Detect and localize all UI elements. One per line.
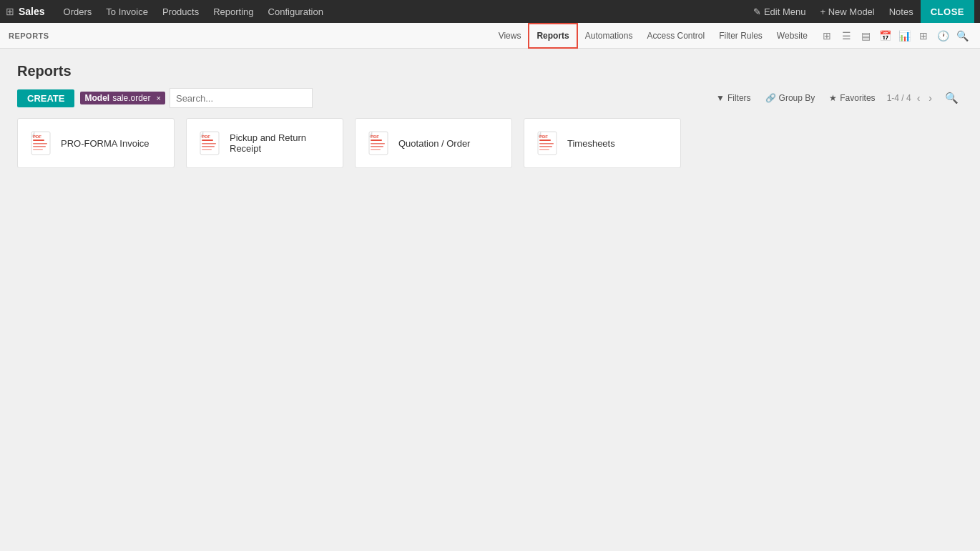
pagination-count: 1-4 / 4 xyxy=(887,93,911,103)
page-title: Reports xyxy=(17,63,963,79)
svg-rect-3 xyxy=(33,146,46,147)
filter-rules-button[interactable]: Filter Rules xyxy=(712,23,770,49)
pdf-icon: PDF xyxy=(198,130,221,156)
svg-rect-8 xyxy=(202,143,216,145)
report-name: PRO-FORMA Invoice xyxy=(61,138,150,149)
nav-products[interactable]: Products xyxy=(155,0,206,23)
svg-rect-19 xyxy=(539,140,551,141)
svg-rect-22 xyxy=(539,149,549,150)
search-input[interactable] xyxy=(170,88,313,108)
nav-to-invoice[interactable]: To Invoice xyxy=(99,0,155,23)
new-model-button[interactable]: + New Model xyxy=(813,0,882,23)
apps-icon[interactable]: ⊞ xyxy=(6,6,14,17)
report-name: Pickup and Return Receipt xyxy=(230,132,331,154)
svg-rect-1 xyxy=(33,140,44,141)
report-name: Timesheets xyxy=(567,138,615,149)
svg-text:PDF: PDF xyxy=(539,135,548,139)
edit-menu-icon: ✎ xyxy=(753,6,761,17)
model-filter-tag: Model sale.order × xyxy=(80,92,165,104)
notes-button[interactable]: Notes xyxy=(882,0,921,23)
next-page-button[interactable]: › xyxy=(926,91,935,105)
svg-rect-4 xyxy=(33,149,43,150)
filters-button[interactable]: ▼ Filters xyxy=(710,90,757,106)
view-clock-icon[interactable]: 🕐 xyxy=(934,26,952,45)
report-card[interactable]: PDF PRO-FORMA Invoice xyxy=(17,118,175,168)
nav-reporting[interactable]: Reporting xyxy=(206,0,260,23)
view-chart-icon[interactable]: 📊 xyxy=(895,26,913,45)
group-by-icon: 🔗 xyxy=(765,93,776,103)
pdf-icon: PDF xyxy=(536,130,559,156)
view-form-icon[interactable]: ▤ xyxy=(856,26,875,45)
group-by-button[interactable]: 🔗 Group By xyxy=(760,90,821,106)
svg-rect-14 xyxy=(371,143,385,145)
svg-rect-9 xyxy=(202,146,215,147)
search-icon[interactable]: 🔍 xyxy=(953,26,971,45)
remove-model-filter[interactable]: × xyxy=(157,94,161,102)
reports-grid: PDF PRO-FORMA Invoice PDF Pickup and Ret… xyxy=(17,118,963,168)
favorites-button[interactable]: ★ Favorites xyxy=(823,90,881,106)
view-pivot-icon[interactable]: ⊞ xyxy=(914,26,933,45)
model-value: sale.order xyxy=(112,93,150,103)
prev-page-button[interactable]: ‹ xyxy=(914,91,923,105)
view-calendar-icon[interactable]: 📅 xyxy=(876,26,894,45)
star-icon: ★ xyxy=(829,93,837,103)
close-button[interactable]: CLOSE xyxy=(921,0,974,23)
svg-text:PDF: PDF xyxy=(371,135,379,139)
nav-configuration[interactable]: Configuration xyxy=(261,0,330,23)
svg-rect-13 xyxy=(371,140,382,141)
svg-rect-7 xyxy=(202,140,213,141)
model-label: Model xyxy=(84,93,109,103)
report-card[interactable]: PDF Pickup and Return Receipt xyxy=(186,118,343,168)
website-button[interactable]: Website xyxy=(770,23,815,49)
access-control-button[interactable]: Access Control xyxy=(640,23,712,49)
automations-button[interactable]: Automations xyxy=(578,23,640,49)
search-toggle-button[interactable]: 🔍 xyxy=(941,90,963,106)
report-name: Quotation / Order xyxy=(398,138,470,149)
edit-menu-button[interactable]: ✎ Edit Menu xyxy=(746,0,813,23)
filter-icon: ▼ xyxy=(716,93,725,103)
svg-rect-15 xyxy=(371,146,383,147)
svg-rect-16 xyxy=(371,149,381,150)
report-card[interactable]: PDF Quotation / Order xyxy=(355,118,512,168)
pdf-icon: PDF xyxy=(367,130,390,156)
pdf-icon: PDF xyxy=(29,130,52,156)
svg-text:PDF: PDF xyxy=(202,135,210,139)
nav-orders[interactable]: Orders xyxy=(57,0,99,23)
brand-label: Sales xyxy=(19,6,45,17)
svg-rect-20 xyxy=(539,143,554,145)
svg-rect-21 xyxy=(539,146,552,147)
svg-text:PDF: PDF xyxy=(33,135,41,139)
report-card[interactable]: PDF Timesheets xyxy=(524,118,681,168)
reports-button[interactable]: Reports xyxy=(528,23,577,49)
create-button[interactable]: CREATE xyxy=(17,89,74,107)
svg-rect-10 xyxy=(202,149,212,150)
section-label: REPORTS xyxy=(9,31,49,40)
view-list-icon[interactable]: ☰ xyxy=(837,26,856,45)
view-kanban-icon[interactable]: ⊞ xyxy=(818,26,836,45)
views-button[interactable]: Views xyxy=(491,23,529,49)
svg-rect-2 xyxy=(33,143,47,145)
